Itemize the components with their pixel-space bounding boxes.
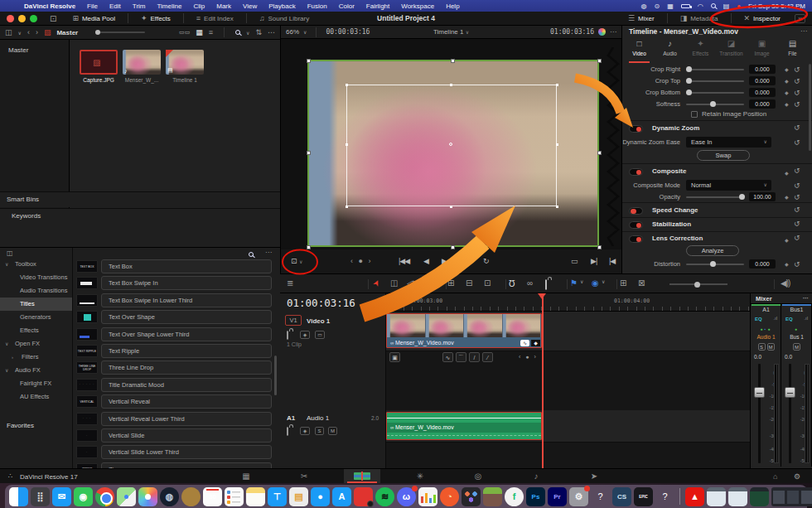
media-clip-thumb-timeline[interactable]: ▤ [166,50,204,75]
title-template-row[interactable]: Text Over Shape [73,310,273,327]
effects-scrollbar[interactable] [274,356,277,395]
speed-change-toggle[interactable] [629,207,643,215]
title-template-row[interactable]: · · · · ·Title Dramatic Mood [73,378,273,394]
keyframe-icon[interactable]: ◆ [785,90,789,95]
page-color[interactable]: ◎ [470,472,486,481]
track-a1-name[interactable]: Audio 1 [307,414,329,422]
value-box[interactable]: 0.000 [749,88,776,97]
keyframe-icon[interactable]: ◆ [785,78,789,84]
volume-automation-line[interactable] [387,418,541,418]
dock-reminders[interactable] [225,487,244,506]
video-frame[interactable] [307,60,599,247]
fx-nav-au-effects[interactable]: AU Effects [0,390,72,404]
dock-gold-app[interactable] [181,487,201,506]
snapping-magnet-icon[interactable]: Ω [509,278,515,288]
media-pool-button[interactable]: ⊞Media Pool [72,14,115,22]
fx-nav-fairlight-fx[interactable]: Fairlight FX [0,377,72,390]
dock-fiverr[interactable]: f [505,487,524,506]
lens-correction-toggle[interactable] [629,235,643,243]
mute-button[interactable]: M [767,343,775,351]
pan-control[interactable]: ● [782,327,811,331]
page-deliver[interactable]: ➤ [586,472,602,481]
mute-button[interactable]: M [328,427,337,435]
timeline-zoom-slider[interactable] [669,283,727,285]
title-template-name[interactable]: Text Box Swipe In Lower Third [101,293,272,307]
fx-nav-audio-transitions[interactable]: Audio Transitions [0,284,72,298]
fx-nav-open-fx[interactable]: ∨Open FX [0,337,72,351]
menu-edit[interactable]: Edit [109,2,121,10]
menu-fusion[interactable]: Fusion [307,2,327,10]
title-template-name[interactable]: Vertical Slide [101,428,272,443]
menu-file[interactable]: File [87,2,98,10]
channel-fader[interactable]: 0-5-10-15-20-30-40-50 [782,362,811,467]
eq-button[interactable]: EQ [785,317,793,322]
ease-dropdown[interactable]: Ease In∨ [686,137,771,148]
swap-button[interactable]: Swap [697,150,750,161]
keyframe-panel-button[interactable]: ▣ [389,352,400,362]
thumbnail-view-icon[interactable]: ▦ [196,28,203,36]
media-pool-menu-icon[interactable]: ⋯ [268,28,275,36]
dock-notes[interactable] [246,487,265,506]
analyze-button[interactable]: Analyze [686,245,739,256]
inspector-tab-image[interactable]: ▣Image [747,39,777,61]
timeline-timecode[interactable]: 01:00:03:16 [287,297,355,309]
inspector-tab-transition[interactable]: ◪Transition [716,39,747,61]
panel-chevron-button[interactable]: ∨ [795,14,805,23]
settings-gear-icon[interactable]: ⚙ [794,472,800,481]
title-template-name[interactable]: Text Ripple [101,344,272,358]
search-icon[interactable] [711,3,716,8]
home-icon[interactable]: ⌂ [773,472,777,481]
battery-icon[interactable] [681,4,690,8]
zoom-chevron-icon[interactable]: ∨ [303,29,307,35]
title-template-name[interactable]: Vertical Slide Lower Third [101,445,272,459]
timeline-view-options-icon[interactable]: ≣ [287,278,293,288]
dock-minimized-windows[interactable] [771,487,812,506]
keyboard-icon[interactable]: ▦ [667,2,674,10]
step-back-button[interactable]: ◀ [423,257,428,265]
track-v1-badge[interactable]: V1 [285,315,302,326]
fader-value[interactable]: 0.0 [754,354,761,360]
viewer-zoom-level[interactable]: 66% [286,28,299,36]
reset-icon[interactable]: ↺ [794,100,800,109]
keyframe-nav-control[interactable]: ‹ ● › [519,354,538,360]
menu-playback[interactable]: Playback [268,2,295,10]
composite-mode-dropdown[interactable]: Normal∨ [686,180,771,191]
play-button[interactable]: ▶ [442,257,447,265]
auto-select-icon[interactable]: ◈ [300,427,310,435]
track-v1-name[interactable]: Video 1 [307,317,330,325]
bin-color-icon[interactable]: ▨ [44,28,51,36]
dock-photos[interactable] [138,487,157,506]
fx-nav-audio-fx[interactable]: ∨Audio FX [0,364,72,377]
trim-edit-mode-icon[interactable]: ◫ [390,278,398,288]
search-icon[interactable] [235,30,240,35]
title-template-row[interactable]: ZIPPERZipper [73,462,273,468]
title-template-name[interactable]: Title Dramatic Mood [101,378,272,392]
stabilization-toggle[interactable] [629,221,643,229]
edit-index-button[interactable]: ≡Edit Index [196,14,234,22]
track-enable-icon[interactable]: ▭ [315,331,325,339]
sound-library-button[interactable]: ♫Sound Library [259,14,310,22]
dock-epic-games[interactable]: EPIC [634,487,653,506]
marker-icon[interactable]: ◉ [592,278,599,288]
effects-menu-icon[interactable]: ⋯ [265,249,272,256]
search-chevron-icon[interactable]: ∨ [246,30,249,36]
inspector-scrollbar[interactable] [809,64,811,151]
mute-button[interactable]: M [793,343,800,351]
composite-toggle[interactable] [629,168,643,176]
page-fusion[interactable]: ✳ [412,472,428,481]
dock-video-call[interactable]: ● [311,487,330,506]
inspector-tab-file[interactable]: ▤File [777,39,808,61]
dock-photoshop[interactable]: Ps [526,487,545,506]
keyframe-icon[interactable]: ◆ [785,261,789,267]
jog-control[interactable]: ‹ ● › [350,257,372,265]
smart-bins-section[interactable]: Smart Bins [0,191,280,207]
value-box[interactable]: 0.000 [749,99,776,109]
track-lock-icon[interactable] [287,428,288,435]
fx-nav-effects[interactable]: Effects [0,324,72,337]
curve-button[interactable]: / [469,352,480,362]
menu-color[interactable]: Color [339,2,355,10]
video-clip[interactable]: ∞ Menser_W_Video.mov ∿ ◆ [386,313,542,348]
menu-workspace[interactable]: Workspace [401,2,434,10]
title-template-name[interactable]: Text Over Shape Lower Third [101,327,272,341]
next-edit-button[interactable]: ▶| [591,257,597,265]
